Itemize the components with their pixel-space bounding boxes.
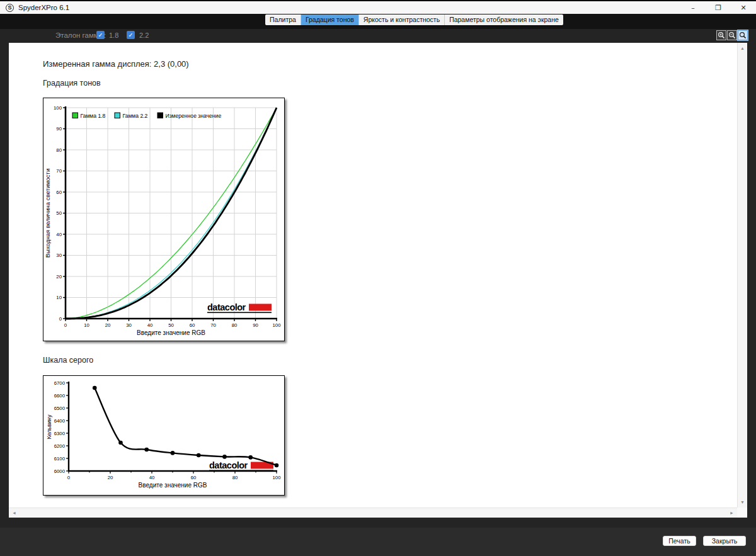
svg-text:10: 10	[84, 322, 89, 328]
zoom-in-icon	[718, 31, 725, 39]
svg-text:Гамма 2.2: Гамма 2.2	[123, 113, 148, 119]
svg-text:6400: 6400	[54, 418, 66, 424]
svg-text:60: 60	[56, 190, 62, 195]
svg-text:100: 100	[272, 475, 281, 480]
data-point-marker	[197, 453, 201, 458]
horizontal-scrollbar[interactable]: ◄ ►	[9, 508, 737, 518]
svg-text:90: 90	[253, 322, 258, 328]
scroll-left-icon[interactable]: ◄	[12, 511, 16, 515]
vertical-scrollbar[interactable]: ▲ ▼	[737, 43, 747, 508]
measured-gamma-text: Измеренная гамма дисплея: 2,3 (0,00)	[43, 59, 189, 69]
close-button-footer[interactable]: Закрыть	[703, 536, 746, 546]
svg-text:0: 0	[67, 475, 71, 480]
gamma-22-checkbox[interactable]: ✓	[127, 31, 135, 39]
svg-text:70: 70	[210, 322, 216, 328]
tab-brightness-contrast[interactable]: Яркость и контрастность	[359, 14, 445, 25]
app-logo-icon: S	[6, 4, 14, 12]
footer-bar: Печать Закрыть	[0, 528, 756, 556]
svg-text:40: 40	[149, 475, 155, 480]
svg-text:6300: 6300	[54, 431, 66, 436]
svg-text:40: 40	[147, 322, 153, 328]
svg-text:90: 90	[56, 126, 62, 132]
gray-ramp-curve	[94, 388, 277, 465]
data-point-marker	[275, 463, 279, 468]
gamma-22-label: 2.2	[139, 31, 149, 39]
zoom-out-button[interactable]	[727, 30, 737, 40]
svg-text:60: 60	[191, 475, 197, 480]
maximize-button[interactable]: ❐	[706, 1, 731, 14]
gray-ramp-svg: datacolor6000610062006300640065006600670…	[43, 376, 284, 495]
scroll-right-icon[interactable]: ►	[730, 511, 734, 515]
svg-text:20: 20	[56, 274, 62, 280]
svg-text:6500: 6500	[54, 406, 66, 411]
scroll-down-icon[interactable]: ▼	[740, 500, 745, 504]
chart-legend: Гамма 1.8Гамма 2.2Измеренное значение	[72, 113, 221, 119]
svg-text:20: 20	[105, 322, 111, 328]
data-point-marker	[118, 441, 123, 445]
svg-text:50: 50	[56, 210, 62, 216]
chart-tone-response: datacolor0102030405060708090100010203040…	[43, 98, 285, 341]
svg-text:80: 80	[232, 322, 238, 328]
svg-text:30: 30	[56, 252, 62, 258]
svg-text:datacolor: datacolor	[207, 302, 246, 312]
zoom-out-icon	[728, 31, 736, 39]
svg-text:0: 0	[59, 316, 62, 322]
svg-text:40: 40	[56, 232, 62, 237]
zoom-fit-icon	[739, 31, 747, 39]
close-button[interactable]: ✕	[731, 1, 756, 14]
tab-palette[interactable]: Палитра	[265, 14, 301, 25]
svg-text:datacolor: datacolor	[209, 460, 248, 470]
svg-text:Гамма 1.8: Гамма 1.8	[81, 113, 106, 119]
svg-text:6700: 6700	[54, 380, 66, 386]
svg-text:30: 30	[126, 322, 132, 328]
tone-response-svg: datacolor0102030405060708090100010203040…	[43, 98, 284, 341]
print-button[interactable]: Печать	[663, 536, 696, 546]
svg-text:10: 10	[56, 295, 62, 300]
data-point-marker	[171, 451, 175, 455]
titlebar: S SpyderXPro 6.1 – ❐ ✕	[0, 0, 756, 14]
section-title-tone-response: Градация тонов	[43, 79, 101, 88]
zoom-fit-button[interactable]	[738, 30, 748, 40]
minimize-button[interactable]: –	[680, 1, 706, 14]
datacolor-logo: datacolor	[207, 302, 272, 313]
svg-text:80: 80	[232, 475, 238, 480]
svg-text:80: 80	[56, 147, 62, 153]
svg-text:100: 100	[272, 322, 281, 328]
tab-bar: Палитра Градация тонов Яркость и контрас…	[265, 14, 563, 25]
svg-text:Измеренное значение: Измеренное значение	[166, 113, 222, 119]
svg-text:0: 0	[64, 322, 67, 328]
scrollbar-corner	[737, 508, 747, 518]
window-title: SpyderXPro 6.1	[18, 4, 69, 11]
svg-text:6200: 6200	[54, 443, 66, 449]
chart-gray-ramp: datacolor6000610062006300640065006600670…	[43, 375, 285, 496]
tab-tone-response[interactable]: Градация тонов	[301, 14, 359, 25]
datacolor-logo: datacolor	[209, 460, 273, 471]
svg-text:Введите значение RGB: Введите значение RGB	[137, 329, 205, 336]
scroll-up-icon[interactable]: ▲	[740, 46, 745, 50]
svg-text:50: 50	[168, 322, 174, 328]
svg-text:Выходная величина светимости: Выходная величина светимости	[44, 169, 51, 258]
zoom-in-button[interactable]	[716, 30, 726, 40]
content-panel: Измеренная гамма дисплея: 2,3 (0,00) Гра…	[9, 43, 747, 518]
svg-text:6600: 6600	[54, 393, 66, 399]
svg-text:6000: 6000	[54, 468, 66, 474]
window-controls: – ❐ ✕	[680, 1, 756, 14]
svg-text:70: 70	[56, 168, 62, 174]
svg-text:20: 20	[108, 475, 113, 480]
data-point-marker	[248, 455, 253, 460]
section-title-gray-ramp: Шкала серого	[43, 356, 93, 365]
svg-text:60: 60	[190, 322, 195, 328]
data-point-marker	[222, 455, 227, 459]
svg-text:Введите значение RGB: Введите значение RGB	[139, 482, 207, 489]
gamma-18-label: 1.8	[109, 31, 118, 39]
tab-osd-settings[interactable]: Параметры отображения на экране	[445, 14, 563, 25]
svg-text:Кельвину: Кельвину	[46, 414, 52, 440]
data-point-marker	[144, 448, 149, 452]
svg-text:100: 100	[54, 105, 62, 111]
gamma-18-checkbox[interactable]: ✓	[96, 31, 105, 39]
zoom-button-group	[716, 30, 748, 40]
data-point-marker	[93, 386, 97, 390]
svg-text:6100: 6100	[54, 456, 66, 462]
